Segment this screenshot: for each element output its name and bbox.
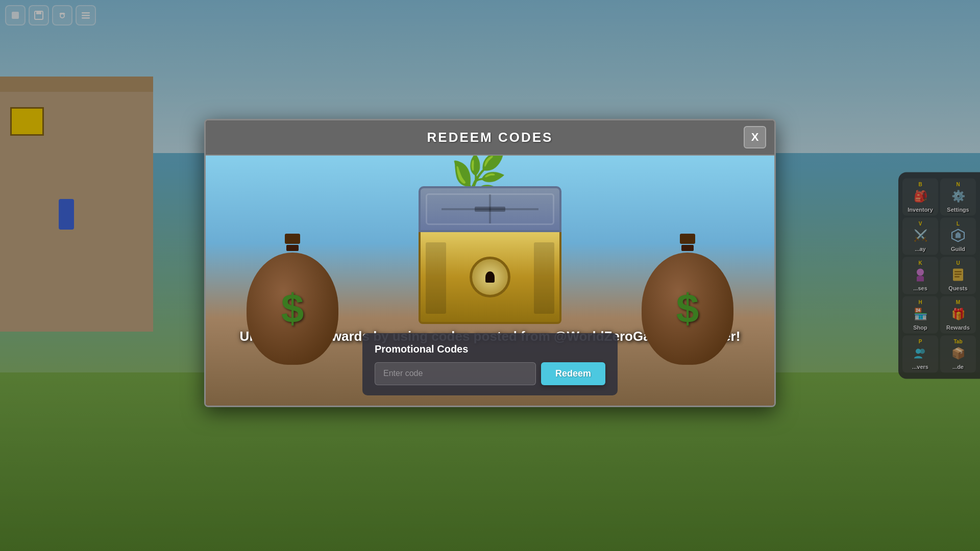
- modal-body: 🌿 $ $: [206, 156, 774, 406]
- close-button[interactable]: X: [744, 126, 766, 148]
- money-bag-left: $: [247, 234, 338, 365]
- redeem-modal: REDEEM CODES X 🌿 $: [204, 119, 776, 407]
- treasure-scene: 🌿 $ $: [206, 156, 774, 406]
- modal-overlay: REDEEM CODES X 🌿 $: [0, 0, 980, 551]
- promo-code-title: Promotional Codes: [375, 343, 605, 355]
- treasure-chest: [403, 186, 577, 324]
- redeem-button[interactable]: Redeem: [541, 362, 605, 385]
- promo-code-section: Promotional Codes Redeem: [362, 333, 618, 395]
- money-bag-right: $: [642, 234, 733, 365]
- modal-title: REDEEM CODES: [427, 130, 553, 145]
- promo-input-row: Redeem: [375, 362, 605, 385]
- code-input[interactable]: [375, 362, 536, 385]
- modal-header: REDEEM CODES X: [206, 120, 774, 156]
